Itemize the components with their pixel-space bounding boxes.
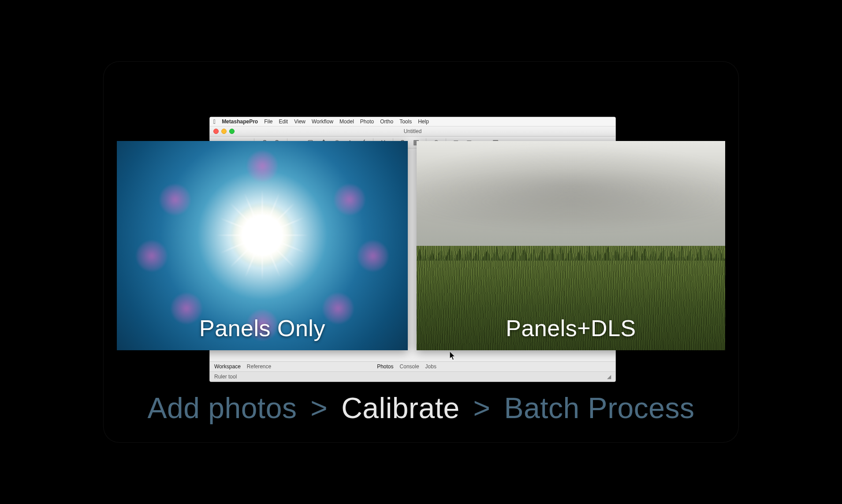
tab-console[interactable]: Console	[400, 363, 419, 370]
sun-icon	[231, 204, 293, 266]
menu-view[interactable]: View	[294, 119, 306, 125]
breadcrumb: Add photos > Calibrate > Batch Process	[104, 391, 738, 425]
app-name: MetashapePro	[222, 119, 258, 125]
lower-panels: Workspace Reference Photos Console Jobs …	[210, 361, 615, 382]
breadcrumb-step-batch-process: Batch Process	[504, 392, 695, 424]
bottom-tab-group: Photos Console Jobs	[373, 362, 441, 371]
slide:  MetashapePro File Edit View Workflow M…	[104, 62, 738, 442]
chevron-right-icon: >	[310, 392, 328, 424]
menu-model[interactable]: Model	[339, 119, 354, 125]
menu-workflow[interactable]: Workflow	[312, 119, 333, 125]
menu-edit[interactable]: Edit	[279, 119, 288, 125]
window-title: Untitled	[210, 128, 615, 134]
breadcrumb-step-calibrate: Calibrate	[341, 392, 460, 424]
status-bar: Ruler tool ◢	[210, 371, 615, 382]
status-right: ◢	[607, 374, 611, 380]
tab-photos[interactable]: Photos	[377, 363, 393, 370]
traffic-lights	[213, 129, 235, 134]
menu-file[interactable]: File	[264, 119, 272, 125]
caption-panels-dls: Panels+DLS	[417, 315, 725, 341]
menu-ortho[interactable]: Ortho	[380, 119, 393, 125]
menu-help[interactable]: Help	[418, 119, 429, 125]
close-icon[interactable]	[213, 129, 219, 134]
title-bar: Untitled	[210, 126, 615, 137]
stage:  MetashapePro File Edit View Workflow M…	[0, 0, 842, 504]
minimize-icon[interactable]	[221, 129, 227, 134]
tab-reference[interactable]: Reference	[247, 363, 271, 370]
photo-panels-dls: Panels+DLS	[417, 141, 725, 350]
menu-bar:  MetashapePro File Edit View Workflow M…	[210, 117, 615, 126]
breadcrumb-step-add-photos: Add photos	[147, 392, 297, 424]
zoom-icon[interactable]	[229, 129, 235, 134]
left-tab-group: Workspace Reference	[210, 362, 276, 371]
menu-tools[interactable]: Tools	[399, 119, 412, 125]
panel-tabs-row: Workspace Reference Photos Console Jobs	[210, 361, 615, 371]
tab-workspace[interactable]: Workspace	[214, 363, 241, 370]
menu-photo[interactable]: Photo	[360, 119, 374, 125]
status-text: Ruler tool	[214, 374, 237, 380]
apple-icon: 	[213, 119, 216, 125]
chevron-right-icon: >	[473, 392, 491, 424]
tab-jobs[interactable]: Jobs	[425, 363, 436, 370]
cursor-icon	[450, 352, 456, 360]
resize-grip-icon[interactable]: ◢	[607, 374, 611, 380]
caption-panels-only: Panels Only	[117, 315, 408, 341]
photo-panels-only: Panels Only	[117, 141, 408, 350]
